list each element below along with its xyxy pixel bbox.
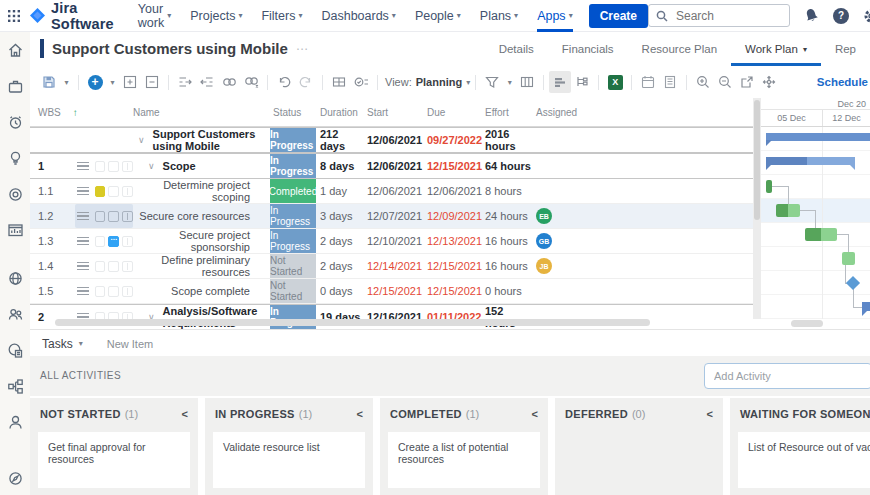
split-view-icon[interactable] (122, 236, 133, 247)
profile-person-icon[interactable] (7, 414, 24, 431)
gantt-task-bar[interactable] (842, 252, 855, 265)
save-options-chevron-icon[interactable]: ▾ (60, 71, 73, 93)
table-row[interactable]: ∨Support Customers using Mobile In Progr… (30, 127, 753, 153)
report-document-icon[interactable] (7, 342, 24, 359)
search-box[interactable] (648, 4, 790, 27)
table-row[interactable]: 2 ∨Analysis/Software Requirements In Pro… (30, 304, 753, 330)
collapse-all-icon[interactable] (141, 71, 163, 93)
gantt-task-bar[interactable] (805, 228, 837, 241)
add-item-icon[interactable]: + (84, 71, 106, 93)
col-due[interactable]: Due (425, 107, 483, 118)
view-select[interactable]: Planning▾ (416, 76, 470, 88)
menu-filters[interactable]: Filters▾ (261, 0, 302, 32)
expand-all-icon[interactable] (119, 71, 141, 93)
comment-icon[interactable] (108, 286, 119, 297)
gantt-summary-bar[interactable] (766, 157, 855, 165)
drag-handle-icon[interactable] (77, 212, 89, 221)
table-row[interactable]: 1 ∨Scope In Progress 8 days 12/06/2021 1… (30, 153, 753, 179)
goals-target-icon[interactable] (7, 186, 24, 203)
settings-gear-icon[interactable] (863, 8, 870, 24)
move-tool-icon[interactable] (758, 71, 780, 93)
note-icon[interactable] (95, 286, 106, 297)
tab-resource-plan[interactable]: Resource Plan (628, 43, 731, 66)
activity-card[interactable]: Validate resource list (213, 432, 365, 488)
col-effort[interactable]: Effort (483, 107, 533, 118)
assignee-avatar[interactable]: EB (536, 208, 552, 224)
details-grid-icon[interactable] (659, 71, 681, 93)
gantt-summary-bar[interactable] (766, 133, 870, 141)
split-view-icon[interactable] (122, 286, 133, 297)
vertical-scrollbar[interactable] (753, 98, 761, 319)
table-row[interactable]: 1.1 Determine project scoping Completed … (30, 179, 753, 204)
activity-card[interactable]: List of Resource out of vacat (738, 432, 870, 488)
tab-financials[interactable]: Financials (548, 43, 628, 66)
split-view-icon[interactable] (122, 261, 133, 272)
activity-card[interactable]: Get final approval for resources (38, 432, 190, 488)
col-name[interactable]: Name (133, 107, 258, 118)
gantt-horizontal-scrollbar[interactable] (791, 320, 823, 327)
gantt-task-bar[interactable] (776, 204, 800, 217)
gantt-task-bar[interactable] (766, 180, 772, 193)
drag-handle-icon[interactable] (77, 162, 89, 171)
zoom-out-icon[interactable] (714, 71, 736, 93)
menu-dashboards[interactable]: Dashboards▾ (321, 0, 395, 32)
split-view-icon[interactable] (122, 161, 133, 172)
columns-icon[interactable] (516, 71, 538, 93)
menu-plans[interactable]: Plans▾ (480, 0, 518, 32)
table-row[interactable]: 1.3 Secure project sponsorship In Progre… (30, 229, 753, 254)
redo-icon[interactable] (295, 71, 317, 93)
open-in-new-icon[interactable] (736, 71, 758, 93)
comment-icon[interactable] (108, 236, 119, 247)
zoom-in-icon[interactable] (692, 71, 714, 93)
split-view-icon[interactable] (122, 211, 133, 222)
drag-handle-icon[interactable] (77, 262, 89, 271)
collapse-caret-icon[interactable]: ∨ (138, 135, 145, 145)
menu-projects[interactable]: Projects▾ (190, 0, 242, 32)
note-icon[interactable] (95, 161, 106, 172)
tree-view-icon[interactable] (571, 71, 593, 93)
time-clock-icon[interactable] (7, 114, 24, 131)
collapse-column-icon[interactable]: < (532, 408, 538, 420)
structure-sitemap-icon[interactable] (7, 378, 24, 395)
col-duration[interactable]: Duration (318, 107, 365, 118)
col-assigned[interactable]: Assigned (533, 107, 753, 118)
schedule-link[interactable]: Schedule (817, 76, 868, 88)
col-status[interactable]: Status (258, 107, 318, 118)
new-item-button[interactable]: New Item (107, 338, 153, 350)
comment-icon[interactable] (108, 161, 119, 172)
save-icon[interactable] (38, 71, 60, 93)
undo-icon[interactable] (273, 71, 295, 93)
ideas-lightbulb-icon[interactable] (7, 150, 24, 167)
more-icon[interactable]: ⋯ (296, 42, 309, 56)
calendar-icon[interactable] (637, 71, 659, 93)
table-row[interactable]: 1.4 Define preliminary resources Not Sta… (30, 254, 753, 279)
menu-apps[interactable]: Apps▾ (537, 0, 573, 32)
table-row-selected[interactable]: 1.2 Secure core resources In Progress 3 … (30, 204, 753, 229)
filter-icon[interactable] (481, 71, 503, 93)
link-icon[interactable] (218, 71, 240, 93)
home-icon[interactable] (7, 42, 24, 59)
horizontal-scrollbar[interactable] (55, 319, 650, 326)
drag-handle-icon[interactable] (77, 287, 89, 296)
jira-brand[interactable]: Jira Software (30, 0, 114, 32)
col-wbs[interactable]: WBS↑ (30, 107, 75, 118)
collapse-caret-icon[interactable]: ∨ (148, 161, 155, 171)
collapse-column-icon[interactable]: < (182, 408, 188, 420)
create-button[interactable]: Create (589, 4, 648, 28)
app-switcher-icon[interactable] (8, 10, 20, 22)
comment-icon[interactable] (108, 186, 119, 197)
help-icon[interactable]: ? (833, 8, 849, 24)
gantt-bars-view-icon[interactable] (549, 71, 571, 93)
add-options-chevron-icon[interactable]: ▾ (106, 71, 119, 93)
note-icon[interactable] (95, 261, 106, 272)
drag-handle-icon[interactable] (77, 237, 89, 246)
insert-row-icon[interactable] (328, 71, 350, 93)
search-input[interactable] (674, 8, 768, 24)
tab-reports[interactable]: Rep (821, 43, 870, 66)
sort-asc-icon[interactable]: ↑ (73, 107, 78, 118)
col-start[interactable]: Start (365, 107, 425, 118)
collapse-column-icon[interactable]: < (707, 408, 713, 420)
unlink-icon[interactable] (240, 71, 262, 93)
menu-people[interactable]: People▾ (415, 0, 461, 32)
task-options-icon[interactable] (350, 71, 372, 93)
